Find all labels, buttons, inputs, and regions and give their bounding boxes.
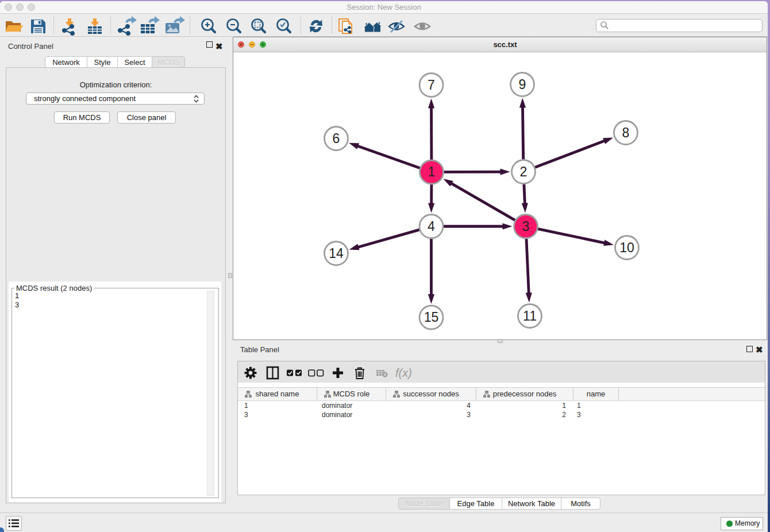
- svg-text:11: 11: [523, 309, 537, 323]
- svg-text:8: 8: [622, 125, 630, 140]
- svg-text:7: 7: [428, 78, 435, 92]
- svg-text:6: 6: [333, 131, 340, 146]
- svg-text:3: 3: [522, 219, 530, 234]
- svg-text:10: 10: [619, 240, 634, 255]
- svg-text:f(x): f(x): [395, 367, 412, 379]
- svg-text:14: 14: [329, 246, 344, 261]
- svg-text:1: 1: [428, 164, 436, 179]
- svg-text:9: 9: [519, 77, 526, 92]
- svg-text:15: 15: [424, 310, 439, 325]
- svg-text:2: 2: [520, 164, 528, 179]
- svg-text:4: 4: [428, 219, 435, 234]
